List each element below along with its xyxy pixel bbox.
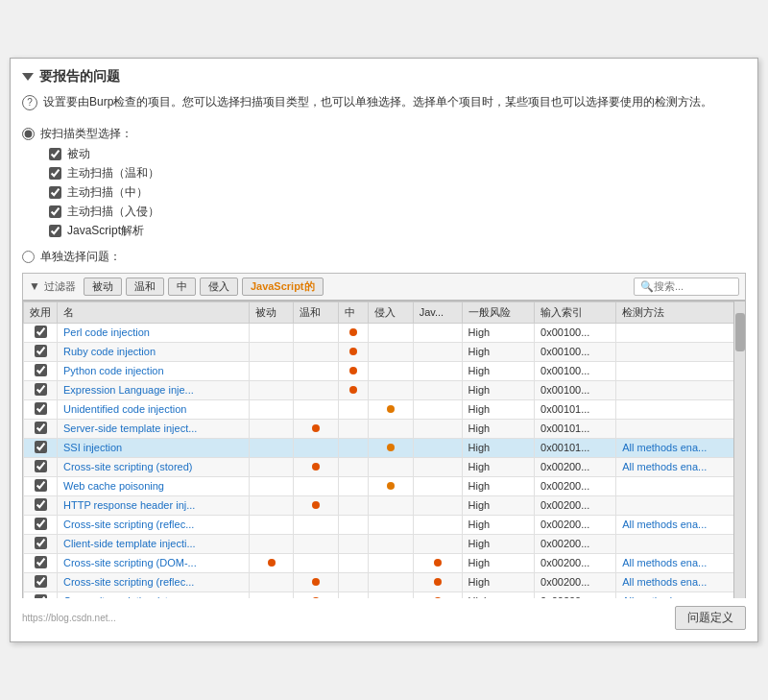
table-row[interactable]: Cross-site scripting (reflec...High0x002… (24, 515, 745, 534)
row-mid (338, 361, 369, 380)
define-button[interactable]: 问题定义 (675, 606, 746, 630)
row-checkbox[interactable] (35, 422, 47, 434)
help-icon[interactable]: ? (22, 95, 37, 110)
row-name[interactable]: Ruby code injection (58, 342, 250, 361)
row-checkbox[interactable] (35, 326, 47, 338)
row-name[interactable]: Cross-site scripting (DOM-... (58, 553, 250, 572)
scan-type-label[interactable]: 按扫描类型选择： (40, 126, 132, 142)
row-checkbox[interactable] (35, 575, 47, 588)
row-checkbox[interactable] (35, 518, 47, 530)
cb-passive-label[interactable]: 被动 (67, 146, 90, 162)
table-row[interactable]: Expression Language inje...High0x00100..… (24, 380, 745, 399)
row-mild (294, 476, 338, 495)
row-name[interactable]: Server-side template inject... (58, 419, 250, 438)
filter-btn-mild[interactable]: 温和 (126, 278, 164, 296)
row-name[interactable]: Client-side template injecti... (58, 534, 250, 553)
row-checkbox[interactable] (35, 402, 47, 415)
table-row[interactable]: Cross-site scripting (reflec...High0x002… (24, 572, 745, 591)
table-row[interactable]: Web cache poisoningHigh0x00200... (24, 476, 745, 495)
row-checkbox[interactable] (35, 364, 47, 376)
row-checkbox[interactable] (35, 383, 47, 396)
cb-js-input[interactable] (49, 225, 61, 237)
row-intrusive (369, 476, 413, 495)
row-js (413, 591, 462, 598)
scrollbar[interactable] (733, 302, 745, 598)
cb-mild-label[interactable]: 主动扫描（温和） (67, 165, 159, 181)
row-checkbox[interactable] (35, 537, 47, 549)
cb-mid-label[interactable]: 主动扫描（中） (67, 184, 148, 201)
table-row[interactable]: Server-side template inject...High0x0010… (24, 419, 745, 438)
row-name[interactable]: Web cache poisoning (58, 476, 250, 495)
row-index: 0x00100... (535, 361, 616, 380)
row-mid (338, 553, 369, 572)
table-row[interactable]: Cross-site scripting (DOM-...High0x00200… (24, 553, 745, 572)
cb-js-label[interactable]: JavaScript解析 (67, 223, 144, 239)
row-risk: High (462, 361, 534, 380)
row-mid (338, 323, 369, 342)
table-row[interactable]: Client-side template injecti...High0x002… (24, 534, 745, 553)
row-name[interactable]: Cross-site scripting (stored) (58, 457, 250, 476)
single-select-radio[interactable] (22, 251, 35, 263)
cb-intrusive-input[interactable] (49, 205, 61, 218)
cb-mild-input[interactable] (49, 167, 61, 180)
row-name[interactable]: Unidentified code injection (58, 399, 250, 419)
row-name[interactable]: Perl code injection (58, 323, 250, 342)
scan-type-radio[interactable] (22, 128, 35, 140)
row-method (616, 342, 745, 361)
row-checkbox[interactable] (35, 441, 47, 453)
row-checkbox[interactable] (35, 556, 47, 568)
cb-passive-input[interactable] (49, 148, 61, 160)
cb-mild: 主动扫描（温和） (49, 165, 746, 181)
row-checkbox[interactable] (35, 460, 47, 472)
row-name[interactable]: Cross-site scripting (reflec... (58, 572, 250, 591)
cb-intrusive-label[interactable]: 主动扫描（入侵） (67, 204, 159, 220)
collapse-icon[interactable] (22, 73, 34, 81)
filter-btn-passive[interactable]: 被动 (84, 278, 122, 296)
row-name[interactable]: HTTP response header inj... (58, 495, 250, 515)
scrollbar-thumb[interactable] (735, 313, 745, 351)
row-name[interactable]: Expression Language inje... (58, 380, 250, 399)
table-row[interactable]: Python code injectionHigh0x00100... (24, 361, 745, 380)
filter-btn-intrusive[interactable]: 侵入 (200, 278, 238, 296)
row-method[interactable]: All methods ena... (616, 515, 745, 534)
row-checkbox[interactable] (35, 345, 47, 357)
row-risk: High (462, 457, 534, 476)
row-name[interactable]: SSI injection (58, 438, 250, 457)
table-row[interactable]: Cross-site scripting (store...High0x0020… (24, 591, 745, 598)
col-method: 检测方法 (616, 302, 745, 323)
row-js (413, 342, 462, 361)
row-checkbox[interactable] (35, 594, 47, 598)
row-checkbox-cell (24, 495, 58, 515)
single-select-label[interactable]: 单独选择问题： (40, 249, 121, 265)
row-name[interactable]: Cross-site scripting (store... (58, 591, 250, 598)
row-index: 0x00200... (535, 591, 616, 598)
table-row[interactable]: Cross-site scripting (stored)High0x00200… (24, 457, 745, 476)
row-method[interactable]: All methods ena... (616, 457, 745, 476)
table-row[interactable]: Ruby code injectionHigh0x00100... (24, 342, 745, 361)
table-row[interactable]: Unidentified code injectionHigh0x00101..… (24, 399, 745, 419)
search-input[interactable] (654, 280, 731, 292)
row-name[interactable]: Python code injection (58, 361, 250, 380)
row-method[interactable]: All methods ena... (616, 438, 745, 457)
table-row[interactable]: Perl code injectionHigh0x00100... (24, 323, 745, 342)
row-method[interactable]: All methods ena... (616, 591, 745, 598)
row-passive (250, 399, 294, 419)
row-js (413, 438, 462, 457)
cb-mid-input[interactable] (49, 186, 61, 199)
issues-table: 效用 名 被动 温和 中 侵入 Jav... 一般风险 输入索引 检测方法 Pe… (23, 302, 745, 598)
row-method[interactable]: All methods ena... (616, 572, 745, 591)
row-method[interactable]: All methods ena... (616, 553, 745, 572)
filter-btn-mid[interactable]: 中 (168, 278, 196, 296)
row-checkbox-cell (24, 380, 58, 399)
table-row[interactable]: SSI injectionHigh0x00101...All methods e… (24, 438, 745, 457)
row-risk: High (462, 323, 534, 342)
row-checkbox[interactable] (35, 479, 47, 492)
row-checkbox-cell (24, 457, 58, 476)
row-name[interactable]: Cross-site scripting (reflec... (58, 515, 250, 534)
table-row[interactable]: HTTP response header inj...High0x00200..… (24, 495, 745, 515)
row-passive (250, 572, 294, 591)
row-checkbox[interactable] (35, 498, 47, 511)
row-passive (250, 515, 294, 534)
filter-btn-js[interactable]: JavaScript的 (242, 278, 324, 296)
row-index: 0x00200... (535, 553, 616, 572)
